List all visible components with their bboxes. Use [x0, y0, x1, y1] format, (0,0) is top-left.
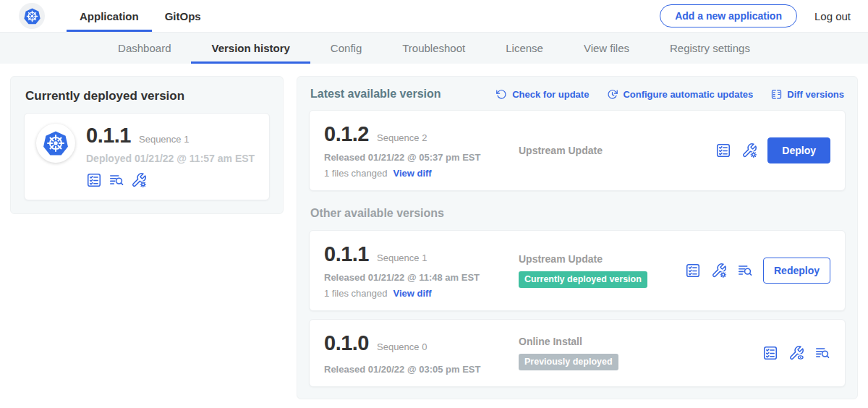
app-header: Application GitOps Add a new application…: [0, 0, 868, 33]
version-number: 0.1.0: [324, 331, 369, 355]
config-checklist-icon[interactable]: [762, 345, 778, 361]
wrench-eye-icon[interactable]: [788, 345, 804, 361]
version-source: Upstream Update: [519, 253, 685, 265]
panel-header: Latest available version Check for updat…: [310, 88, 844, 101]
diff-versions-link[interactable]: Diff versions: [770, 88, 844, 101]
version-history-panel: Latest available version Check for updat…: [297, 76, 858, 399]
released-timestamp: Released 01/21/22 @ 11:48 am EST: [324, 272, 509, 283]
previously-deployed-badge: Previously deployed: [519, 354, 618, 370]
deployed-version-info: 0.1.1 Sequence 1 Deployed 01/21/22 @ 11:…: [86, 124, 255, 188]
add-application-button[interactable]: Add a new application: [660, 4, 797, 27]
diff-icon: [770, 88, 783, 101]
version-source: Online Install: [519, 336, 762, 347]
deployed-version-number: 0.1.1: [86, 124, 131, 148]
subnav-tab-config[interactable]: Config: [310, 33, 382, 64]
active-tab-underline: [67, 30, 152, 32]
view-diff-link[interactable]: View diff: [393, 288, 431, 299]
version-row-0-1-0: 0.1.0 Sequence 0 Released 01/20/22 @ 03:…: [309, 319, 846, 387]
tab-application-label: Application: [80, 10, 139, 22]
config-checklist-icon[interactable]: [86, 172, 102, 188]
version-sequence: Sequence 2: [377, 132, 427, 143]
deployed-timestamp: Deployed 01/21/22 @ 11:57 am EST: [86, 153, 255, 164]
deploy-button[interactable]: Deploy: [767, 137, 830, 163]
kubernetes-logo-icon: [19, 3, 45, 29]
deployed-actions: [86, 172, 255, 188]
release-notes-icon[interactable]: [109, 172, 124, 188]
currently-deployed-title: Currently deployed version: [25, 89, 270, 103]
version-number: 0.1.1: [324, 242, 369, 266]
subnav-tab-view-files[interactable]: View files: [563, 33, 650, 64]
panel-actions: Check for update Configure automatic upd…: [495, 88, 844, 101]
currently-deployed-badge: Currently deployed version: [519, 271, 647, 288]
files-changed-label: 1 files changed: [324, 168, 387, 179]
currently-deployed-version-card: 0.1.1 Sequence 1 Deployed 01/21/22 @ 11:…: [24, 113, 270, 200]
release-notes-icon[interactable]: [814, 345, 830, 361]
subnav-tab-version-history[interactable]: Version history: [191, 33, 310, 64]
main-content: Currently deployed version 0.1.1 Sequenc…: [0, 64, 868, 399]
app-tabs: Application GitOps: [67, 0, 214, 32]
version-source: Upstream Update: [519, 145, 715, 156]
config-checklist-icon[interactable]: [715, 143, 731, 158]
files-changed-label: 1 files changed: [324, 288, 387, 299]
subnav-tab-license[interactable]: License: [485, 33, 563, 64]
tab-gitops[interactable]: GitOps: [152, 0, 214, 32]
config-checklist-icon[interactable]: [685, 263, 701, 279]
active-subnav-underline: [191, 61, 310, 64]
subnav-tab-dashboard[interactable]: Dashboard: [98, 33, 191, 64]
logout-link[interactable]: Log out: [814, 10, 851, 22]
kots-admin-console: Application GitOps Add a new application…: [0, 0, 868, 408]
check-for-update-link[interactable]: Check for update: [495, 88, 589, 101]
wrench-gear-icon[interactable]: [741, 143, 757, 158]
version-sequence: Sequence 0: [377, 341, 427, 352]
view-diff-link[interactable]: View diff: [393, 168, 431, 179]
version-row-0-1-1: 0.1.1 Sequence 1 Released 01/21/22 @ 11:…: [309, 230, 846, 311]
tab-application[interactable]: Application: [67, 0, 152, 32]
currently-deployed-card: Currently deployed version 0.1.1 Sequenc…: [10, 76, 284, 214]
app-icon-kubernetes: [36, 124, 75, 163]
tab-gitops-label: GitOps: [165, 10, 201, 22]
subnav-tab-troubleshoot[interactable]: Troubleshoot: [382, 33, 485, 64]
release-notes-icon[interactable]: [737, 263, 753, 279]
deployed-sequence: Sequence 1: [139, 134, 189, 145]
other-available-versions-title: Other available versions: [310, 207, 844, 220]
version-row-0-1-2: 0.1.2 Sequence 2 Released 01/21/22 @ 05:…: [309, 110, 846, 191]
latest-available-title: Latest available version: [310, 88, 441, 101]
released-timestamp: Released 01/20/22 @ 03:05 pm EST: [324, 364, 509, 375]
header-right: Add a new application Log out: [660, 0, 851, 32]
app-subnav: Dashboard Version history Config Trouble…: [0, 33, 868, 64]
wrench-gear-icon[interactable]: [711, 263, 727, 279]
redeploy-button[interactable]: Redeploy: [763, 258, 830, 284]
refresh-icon: [495, 88, 508, 101]
version-number: 0.1.2: [324, 122, 369, 146]
subnav-tab-registry-settings[interactable]: Registry settings: [650, 33, 770, 64]
configure-automatic-updates-link[interactable]: Configure automatic updates: [606, 88, 753, 101]
released-timestamp: Released 01/21/22 @ 05:37 pm EST: [324, 152, 509, 163]
wrench-gear-icon[interactable]: [131, 172, 147, 188]
version-sequence: Sequence 1: [377, 252, 427, 263]
clock-refresh-icon: [606, 88, 618, 101]
